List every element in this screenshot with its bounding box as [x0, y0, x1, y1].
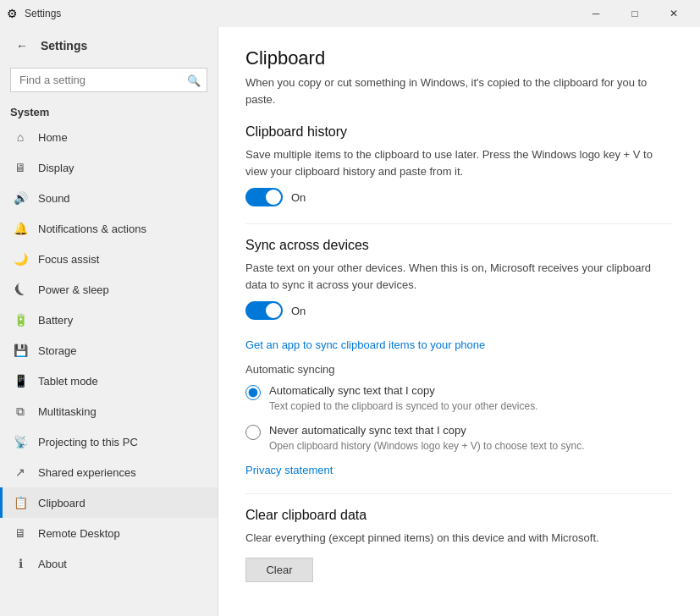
- storage-icon: 💾: [13, 343, 28, 358]
- title-bar-controls: ─ □ ✕: [576, 0, 693, 27]
- radio-content-never-sync: Never automatically sync text that I cop…: [269, 424, 585, 454]
- sidebar-item-projecting[interactable]: 📡 Projecting to this PC: [0, 426, 218, 457]
- sound-icon: 🔊: [13, 190, 28, 206]
- divider-2: [245, 493, 673, 494]
- sidebar-header: ← Settings: [0, 27, 218, 64]
- sidebar-item-remote-desktop[interactable]: 🖥 Remote Desktop: [0, 518, 218, 548]
- page-title: Clipboard: [245, 47, 673, 69]
- sidebar-item-label-storage: Storage: [38, 344, 77, 357]
- sidebar-item-about[interactable]: ℹ About: [0, 548, 218, 579]
- sidebar-item-sound[interactable]: 🔊 Sound: [0, 183, 218, 213]
- clipboard-icon: 📋: [13, 495, 28, 510]
- nav-items-container: ⌂ Home 🖥 Display 🔊 Sound 🔔 Notifications…: [0, 122, 218, 579]
- sidebar-item-power-sleep[interactable]: ⏾ Power & sleep: [0, 274, 218, 305]
- multitasking-icon: ⧉: [13, 404, 28, 419]
- sidebar-item-label-battery: Battery: [38, 314, 73, 327]
- sidebar-item-label-notifications: Notifications & actions: [38, 223, 146, 235]
- radio-label-auto-sync: Automatically sync text that I copy: [269, 384, 538, 397]
- page-description: When you copy or cut something in Window…: [245, 74, 673, 107]
- sidebar-item-label-projecting: Projecting to this PC: [38, 436, 138, 448]
- sidebar-item-label-clipboard: Clipboard: [38, 497, 85, 509]
- sidebar-item-shared-experiences[interactable]: ↗ Shared experiences: [0, 457, 218, 487]
- privacy-statement-link[interactable]: Privacy statement: [245, 464, 673, 476]
- app-icon: ⚙: [7, 7, 18, 20]
- sidebar-item-label-focus-assist: Focus assist: [38, 253, 99, 266]
- radio-input-auto-sync[interactable]: [245, 385, 261, 400]
- back-button[interactable]: ←: [10, 34, 34, 58]
- main-content: Clipboard When you copy or cut something…: [218, 27, 700, 616]
- sync-description: Paste text on your other devices. When t…: [245, 260, 673, 293]
- shared-experiences-icon: ↗: [13, 465, 28, 480]
- clipboard-history-toggle-row: On: [245, 188, 673, 206]
- sidebar-app-title: Settings: [41, 39, 87, 52]
- sidebar-item-label-sound: Sound: [38, 192, 70, 205]
- app-container: ← Settings 🔍 System ⌂ Home 🖥 Display 🔊 S…: [0, 27, 700, 616]
- projecting-icon: 📡: [13, 434, 28, 449]
- clear-description: Clear everything (except pinned items) o…: [245, 530, 673, 547]
- sync-toggle-label: On: [291, 305, 306, 317]
- sidebar-item-tablet-mode[interactable]: 📱 Tablet mode: [0, 366, 218, 396]
- battery-icon: 🔋: [13, 312, 28, 327]
- sync-phone-link[interactable]: Get an app to sync clipboard items to yo…: [245, 338, 485, 351]
- sidebar-item-display[interactable]: 🖥 Display: [0, 152, 218, 183]
- power-sleep-icon: ⏾: [13, 282, 28, 297]
- sidebar-item-label-display: Display: [38, 162, 74, 174]
- sidebar-item-focus-assist[interactable]: 🌙 Focus assist: [0, 244, 218, 274]
- system-section-label: System: [0, 99, 218, 122]
- sidebar-item-label-home: Home: [38, 131, 68, 144]
- clipboard-history-toggle-label: On: [291, 191, 306, 204]
- clear-button[interactable]: Clear: [245, 558, 313, 582]
- radio-option-never-sync: Never automatically sync text that I cop…: [245, 424, 673, 454]
- clear-title: Clear clipboard data: [245, 508, 673, 523]
- toggle-knob: [266, 190, 281, 205]
- divider-1: [245, 223, 673, 224]
- sidebar-item-clipboard[interactable]: 📋 Clipboard: [0, 487, 218, 518]
- home-icon: ⌂: [13, 129, 28, 145]
- sync-title: Sync across devices: [245, 238, 673, 253]
- sidebar-item-label-tablet-mode: Tablet mode: [38, 375, 98, 388]
- sync-toggle[interactable]: [245, 301, 283, 320]
- clipboard-history-toggle[interactable]: [245, 188, 283, 206]
- sidebar-item-label-shared-experiences: Shared experiences: [38, 466, 136, 479]
- sidebar: ← Settings 🔍 System ⌂ Home 🖥 Display 🔊 S…: [0, 27, 218, 616]
- sidebar-item-home[interactable]: ⌂ Home: [0, 122, 218, 152]
- sidebar-item-label-power-sleep: Power & sleep: [38, 283, 109, 296]
- radio-content-auto-sync: Automatically sync text that I copy Text…: [269, 384, 538, 414]
- close-button[interactable]: ✕: [654, 0, 693, 27]
- about-icon: ℹ: [13, 556, 28, 571]
- radio-option-auto-sync: Automatically sync text that I copy Text…: [245, 384, 673, 414]
- maximize-button[interactable]: □: [615, 0, 654, 27]
- radio-label-never-sync: Never automatically sync text that I cop…: [269, 424, 585, 437]
- title-bar: ⚙ Settings ─ □ ✕: [0, 0, 700, 27]
- focus-assist-icon: 🌙: [13, 251, 28, 267]
- clipboard-history-title: Clipboard history: [245, 124, 673, 140]
- title-bar-title: Settings: [25, 8, 61, 19]
- sidebar-item-notifications[interactable]: 🔔 Notifications & actions: [0, 213, 218, 244]
- sidebar-item-label-remote-desktop: Remote Desktop: [38, 527, 120, 540]
- title-bar-left: ⚙ Settings: [7, 7, 61, 20]
- radio-desc-never-sync: Open clipboard history (Windows logo key…: [269, 439, 585, 454]
- remote-desktop-icon: 🖥: [13, 525, 28, 541]
- search-input[interactable]: [10, 68, 207, 92]
- clipboard-history-description: Save multiple items to the clipboard to …: [245, 146, 673, 179]
- sidebar-item-label-multitasking: Multitasking: [38, 405, 96, 418]
- sync-toggle-row: On: [245, 301, 673, 320]
- radio-input-never-sync[interactable]: [245, 425, 261, 440]
- notifications-icon: 🔔: [13, 221, 28, 236]
- sync-toggle-knob: [266, 303, 281, 318]
- sidebar-item-battery[interactable]: 🔋 Battery: [0, 305, 218, 335]
- search-box: 🔍: [10, 68, 207, 92]
- sidebar-item-multitasking[interactable]: ⧉ Multitasking: [0, 396, 218, 426]
- sidebar-item-storage[interactable]: 💾 Storage: [0, 335, 218, 366]
- radio-options-container: Automatically sync text that I copy Text…: [245, 384, 673, 454]
- automatic-syncing-label: Automatic syncing: [245, 363, 673, 376]
- display-icon: 🖥: [13, 160, 28, 175]
- tablet-mode-icon: 📱: [13, 373, 28, 388]
- sidebar-item-label-about: About: [38, 558, 67, 570]
- minimize-button[interactable]: ─: [576, 0, 615, 27]
- search-icon[interactable]: 🔍: [184, 72, 204, 88]
- radio-desc-auto-sync: Text copied to the clipboard is synced t…: [269, 399, 538, 414]
